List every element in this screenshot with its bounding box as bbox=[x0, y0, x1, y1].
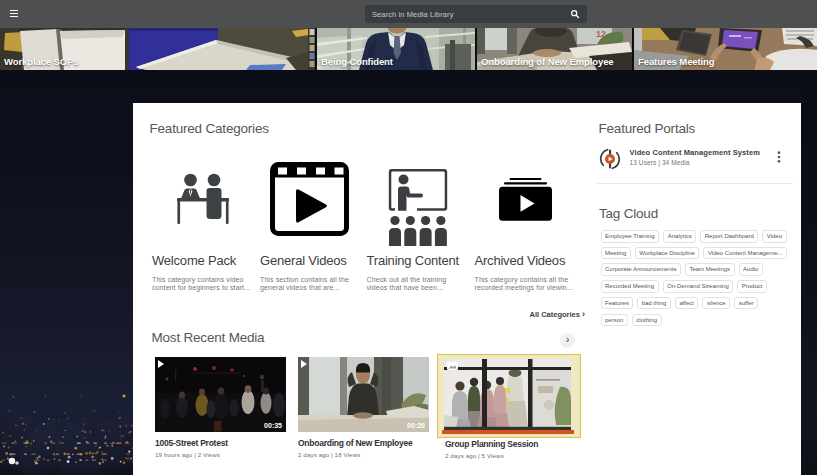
svg-text:12: 12 bbox=[596, 29, 606, 39]
svg-text:12: 12 bbox=[406, 400, 414, 407]
